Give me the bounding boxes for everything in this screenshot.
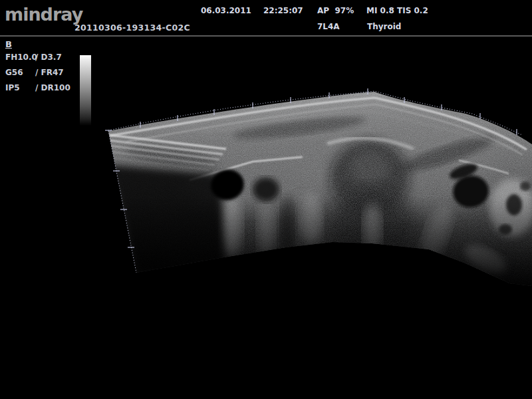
ultrasound-screen: mindray 20110306-193134-C02C 06.03.2011 … [0,0,532,399]
ultrasound-image-display [0,0,532,399]
ultrasound-tissue-image [106,80,532,299]
